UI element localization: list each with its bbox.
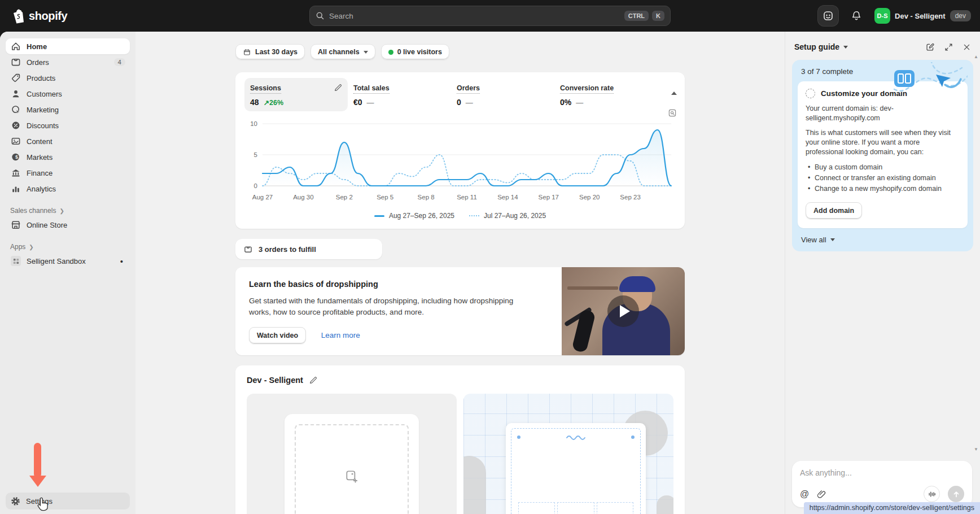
shopify-admin: shopify CTRL K	[0, 0, 980, 514]
calendar-icon	[243, 48, 251, 56]
main-content: Last 30 days All channels 0 live visitor…	[135, 32, 785, 514]
sidekick-button[interactable]	[818, 6, 838, 26]
expand-icon[interactable]	[944, 42, 953, 52]
pencil-icon[interactable]	[334, 84, 342, 92]
chart-explore-icon[interactable]	[668, 108, 677, 117]
svg-text:Sep 2: Sep 2	[336, 194, 353, 201]
sidekick-icon	[823, 10, 834, 21]
sidebar-item-markets[interactable]: $ Markets	[6, 149, 130, 165]
learn-more-link[interactable]: Learn more	[321, 331, 360, 339]
apps-header[interactable]: Apps ❯	[10, 243, 125, 251]
collapse-chevron-icon[interactable]	[671, 92, 677, 95]
setup-task-card: Customize your domain Your current domai…	[798, 81, 968, 228]
shopify-logo[interactable]: shopify	[11, 8, 67, 24]
logo-upload-card[interactable]	[247, 394, 457, 514]
orders-icon	[10, 56, 21, 68]
scroll-up-arrow[interactable]: ▲	[974, 54, 978, 59]
content-icon	[10, 136, 21, 147]
marketing-icon	[10, 104, 21, 115]
close-icon[interactable]	[963, 43, 971, 51]
metric-total-sales[interactable]: Total sales €0 —	[348, 78, 451, 111]
decor-squiggle	[566, 434, 586, 440]
sessions-chart: 0510Aug 27Aug 30Sep 2Sep 5Sep 8Sep 11Sep…	[244, 117, 676, 206]
metric-label: Total sales	[353, 84, 390, 94]
pencil-icon[interactable]	[309, 376, 317, 385]
compose-icon[interactable]	[925, 42, 935, 52]
store-customize-card: Dev - Selligent	[235, 365, 685, 514]
sidebar-item-label: Content	[27, 137, 53, 146]
setup-guide-title[interactable]: Setup guide	[794, 42, 848, 51]
storefront-icon	[10, 219, 21, 230]
sales-channels-header[interactable]: Sales channels ❯	[10, 207, 125, 215]
voice-input-button[interactable]	[924, 486, 940, 502]
gear-icon	[10, 496, 21, 507]
legend-current-period: Aug 27–Sep 26, 2025	[374, 212, 454, 220]
bell-icon	[851, 10, 862, 21]
chart-legend: Aug 27–Sep 26, 2025 Jul 27–Aug 26, 2025	[244, 212, 676, 222]
discounts-icon	[10, 120, 21, 131]
sidebar-item-discounts[interactable]: Discounts	[6, 117, 130, 133]
theme-preview-card[interactable]	[463, 394, 673, 514]
env-badge: dev	[950, 10, 971, 21]
attach-icon[interactable]	[817, 489, 826, 499]
sidebar-item-products[interactable]: Products	[6, 70, 130, 86]
watch-video-button[interactable]: Watch video	[249, 327, 306, 344]
sidebar-item-selligent-sandbox[interactable]: Selligent Sandbox •	[6, 253, 130, 269]
metric-value: 0%	[560, 98, 571, 107]
metric-label: Sessions	[250, 84, 281, 94]
svg-text:Sep 20: Sep 20	[579, 194, 600, 201]
kbd-k: K	[652, 11, 664, 21]
send-button[interactable]	[948, 486, 964, 502]
sidebar-item-label: Analytics	[27, 185, 56, 193]
orders-to-fulfill-button[interactable]: 3 orders to fulfill	[235, 239, 382, 259]
play-button[interactable]	[607, 295, 639, 327]
metric-sessions[interactable]: Sessions 48 ↗26%	[244, 78, 348, 111]
video-thumbnail[interactable]	[562, 267, 685, 355]
chevron-down-icon	[843, 46, 848, 49]
task-incomplete-circle-icon[interactable]	[806, 89, 815, 98]
home-icon	[10, 41, 21, 52]
sidebar-item-label: Finance	[27, 169, 53, 177]
store-menu[interactable]: D-S Dev - Selligent dev	[874, 8, 971, 24]
filter-row: Last 30 days All channels 0 live visitor…	[235, 44, 685, 60]
metric-value: 48	[250, 98, 259, 107]
add-domain-button[interactable]: Add domain	[806, 202, 862, 219]
image-dropzone[interactable]	[295, 424, 409, 514]
sidebar-item-orders[interactable]: Orders 4	[6, 54, 130, 70]
metric-orders[interactable]: Orders 0 —	[451, 78, 554, 111]
sidebar-item-label: Selligent Sandbox	[27, 257, 86, 265]
sidebar-item-label: Home	[27, 42, 47, 51]
dropshipping-title: Learn the basics of dropshipping	[249, 280, 548, 289]
sidebar-item-customers[interactable]: Customers	[6, 86, 130, 102]
sidebar-item-content[interactable]: Content	[6, 133, 130, 149]
sidebar-item-marketing[interactable]: Marketing	[6, 102, 130, 117]
app-icon	[10, 255, 21, 267]
task-bullet: Connect or transfer an existing domain	[806, 173, 960, 184]
svg-text:Aug 30: Aug 30	[293, 194, 313, 201]
mention-icon[interactable]: @	[800, 489, 809, 499]
finance-icon	[10, 167, 21, 178]
setup-guide-card: 3 of 7 complete Customize your domain Yo…	[792, 60, 973, 251]
ask-anything-input[interactable]	[800, 468, 964, 477]
notifications-button[interactable]	[846, 6, 867, 26]
sidebar-item-finance[interactable]: Finance	[6, 165, 130, 181]
svg-text:5: 5	[254, 151, 257, 158]
live-visitors-button[interactable]: 0 live visitors	[381, 44, 449, 60]
live-dot-icon	[388, 50, 393, 55]
date-range-button[interactable]: Last 30 days	[235, 44, 305, 60]
task-line2: This is what customers will see when the…	[806, 128, 960, 157]
global-search[interactable]: CTRL K	[309, 6, 671, 26]
sidebar-item-online-store[interactable]: Online Store	[6, 217, 130, 233]
decor-blob	[463, 456, 486, 514]
view-all-toggle[interactable]: View all	[792, 228, 973, 251]
sidebar-item-analytics[interactable]: Analytics	[6, 181, 130, 197]
channel-filter-button[interactable]: All channels	[310, 44, 375, 60]
sidebar-item-settings[interactable]: Settings	[6, 493, 130, 509]
metric-conversion-rate[interactable]: Conversion rate 0% —	[554, 78, 658, 111]
sidebar-item-label: Products	[27, 74, 55, 82]
setup-progress: 3 of 7 complete	[792, 60, 973, 81]
search-input[interactable]	[329, 12, 621, 20]
scroll-down-arrow[interactable]: ▼	[974, 447, 978, 452]
sidebar-item-home[interactable]: Home	[6, 38, 130, 54]
decor-shelf	[567, 286, 618, 290]
